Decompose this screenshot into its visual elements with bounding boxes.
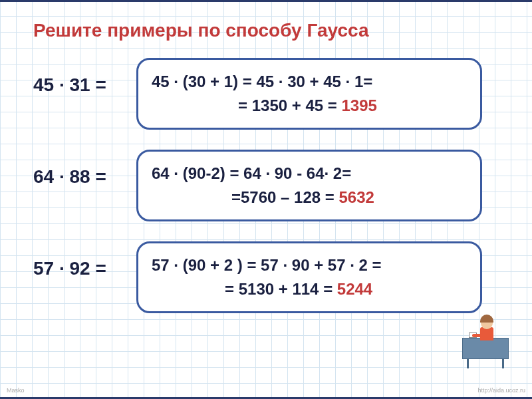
solution-result: 1395: [341, 96, 376, 114]
example-row: 64 ∙ 88 = 64 ∙ (90-2) = 64 ∙ 90 - 64∙ 2=…: [33, 150, 505, 221]
boy-arm-icon: [472, 334, 481, 337]
solution-prefix: = 5130 + 114 =: [225, 280, 337, 298]
desk-icon: [462, 338, 509, 359]
solution-line-1: 57 ∙ (90 + 2 ) = 57 ∙ 90 + 57 ∙ 2 =: [152, 253, 467, 277]
solution-line-2: = 1350 + 45 = 1395: [152, 94, 467, 118]
solution-prefix: = 1350 + 45 =: [238, 96, 341, 114]
slide-content: Решите примеры по способу Гаусса 45 ∙ 31…: [0, 0, 532, 346]
answer-box: 64 ∙ (90-2) = 64 ∙ 90 - 64∙ 2= =5760 – 1…: [136, 150, 482, 221]
solution-prefix: =5760 – 128 =: [231, 188, 338, 206]
answer-box: 57 ∙ (90 + 2 ) = 57 ∙ 90 + 57 ∙ 2 = = 51…: [136, 241, 482, 313]
problem-text: 57 ∙ 92 =: [33, 241, 136, 279]
problem-text: 45 ∙ 31 =: [33, 58, 136, 96]
solution-line-2: =5760 – 128 = 5632: [152, 186, 467, 209]
solution-result: 5244: [337, 280, 372, 298]
student-illustration: [462, 306, 509, 359]
example-row: 57 ∙ 92 = 57 ∙ (90 + 2 ) = 57 ∙ 90 + 57 …: [33, 241, 505, 313]
solution-result: 5632: [338, 188, 374, 206]
watermark-right: http://aida.ucoz.ru: [477, 387, 525, 394]
solution-line-2: = 5130 + 114 = 5244: [152, 277, 467, 301]
slide-title: Решите примеры по способу Гаусса: [33, 20, 505, 41]
solution-line-1: 64 ∙ (90-2) = 64 ∙ 90 - 64∙ 2=: [152, 162, 467, 186]
problem-text: 64 ∙ 88 =: [33, 150, 136, 188]
boy-body-icon: [480, 327, 493, 340]
solution-line-1: 45 ∙ (30 + 1) = 45 ∙ 30 + 45 ∙ 1=: [152, 70, 467, 94]
answer-box: 45 ∙ (30 + 1) = 45 ∙ 30 + 45 ∙ 1= = 1350…: [136, 58, 482, 130]
boy-hair-icon: [480, 315, 493, 323]
example-row: 45 ∙ 31 = 45 ∙ (30 + 1) = 45 ∙ 30 + 45 ∙…: [33, 58, 505, 130]
watermark-left: Masko: [7, 387, 25, 394]
